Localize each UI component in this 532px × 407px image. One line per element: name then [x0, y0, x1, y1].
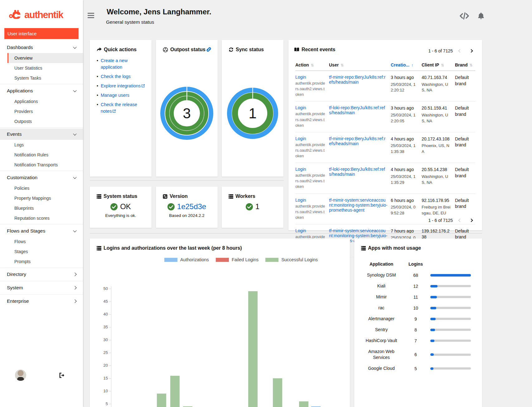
column-header-client-ip[interactable]: Client IP⇅: [422, 62, 455, 67]
column-header-action[interactable]: Action⇅: [295, 62, 329, 67]
usage-bar-fill: [430, 367, 433, 370]
chart-bar: [170, 376, 180, 407]
pagination-prev-button[interactable]: [456, 216, 464, 224]
pagination-prev-button[interactable]: [456, 47, 464, 55]
sidebar-toggle-hamburger-icon[interactable]: [88, 13, 94, 19]
version-title: Version: [156, 187, 218, 199]
chevron-right-icon: [469, 49, 473, 52]
column-header-creation-date[interactable]: Creatio...↑: [391, 62, 422, 67]
column-header-brand[interactable]: Brand⇅: [455, 62, 475, 67]
y-axis-tick-label: 40: [90, 312, 108, 316]
api-code-icon[interactable]: [460, 12, 469, 20]
create-application-link[interactable]: Create a new application: [101, 57, 147, 71]
server-icon: [97, 246, 101, 251]
authentik-key-icon: [9, 8, 23, 22]
outpost-count: 3: [183, 105, 191, 121]
sidebar-section-customization[interactable]: Customization: [0, 172, 83, 183]
y-axis-tick-mark: [109, 353, 111, 353]
sidebar-item-logs[interactable]: Logs: [0, 140, 83, 150]
pagination-next-button[interactable]: [467, 216, 475, 224]
sidebar-item-reputation-scores[interactable]: Reputation scores: [0, 213, 83, 223]
column-header-user[interactable]: User⇅: [329, 62, 391, 67]
page-subtitle: General system status: [106, 19, 154, 25]
explore-integrations-link[interactable]: Explore integrations: [101, 83, 141, 88]
outposts-link-icon[interactable]: [206, 47, 211, 52]
chevron-left-icon: [458, 49, 462, 52]
nav-section-events: Events Logs Notification Rules Notificat…: [0, 127, 83, 171]
sidebar-item-system-tasks[interactable]: System Tasks: [0, 73, 83, 83]
version-link[interactable]: 1e25d3e: [177, 202, 206, 211]
event-action-link[interactable]: Login: [295, 75, 306, 80]
chevron-down-icon: [73, 175, 76, 179]
event-user-link[interactable]: tf-mimir-repo:BeryJu/k8s:ref:refs/heads/…: [329, 136, 385, 146]
manage-users-link[interactable]: Manage users: [101, 92, 129, 99]
table-row: Loginauthentik.providers.oauth2.views.to…: [295, 132, 475, 163]
user-interface-button[interactable]: User interface: [4, 28, 79, 39]
chart-bar: [248, 291, 258, 407]
sidebar-item-overview[interactable]: Overview: [7, 53, 83, 63]
check-circle-icon: [167, 203, 175, 210]
pagination-next-button[interactable]: [467, 47, 475, 55]
event-brand: Default brand: [455, 105, 472, 117]
sidebar-section-enterprise[interactable]: Enterprise: [0, 296, 83, 307]
book-icon: [294, 47, 299, 52]
app-logins: 7: [404, 338, 427, 343]
event-action-link[interactable]: Login: [295, 198, 306, 203]
sidebar-item-prompts[interactable]: Prompts: [0, 257, 83, 267]
sidebar-item-property-mappings[interactable]: Property Mappings: [0, 193, 83, 203]
y-axis-tick-mark: [109, 302, 111, 302]
sidebar-section-system[interactable]: System: [0, 282, 83, 293]
event-time-relative: 3 hours ago: [391, 105, 418, 111]
event-action-link[interactable]: Login: [295, 136, 306, 141]
sidebar-item-stages[interactable]: Stages: [0, 247, 83, 257]
release-notes-link[interactable]: Check the release notes: [101, 102, 137, 114]
event-location: Washington, US, NA: [422, 82, 452, 94]
event-time-absolute: 25/03/2024, 11:35:29: [391, 174, 418, 186]
sidebar-item-outposts[interactable]: Outposts: [0, 116, 83, 126]
event-action-context: authentik.providers.oauth2.views.token: [295, 111, 326, 128]
sidebar-item-policies[interactable]: Policies: [0, 183, 83, 193]
event-user-link[interactable]: tf-mimir-repo:BeryJu/k8s:ref:refs/heads/…: [329, 75, 385, 85]
sidebar-item-notification-rules[interactable]: Notification Rules: [0, 150, 83, 160]
event-action-link[interactable]: Login: [295, 228, 306, 233]
list-item: • Check the logs: [97, 73, 147, 80]
sidebar-section-directory[interactable]: Directory: [0, 269, 83, 280]
pagination-label: 1 - 6 of 7125: [428, 218, 453, 223]
avatar[interactable]: [15, 370, 26, 381]
sidebar-section-events[interactable]: Events: [0, 129, 83, 140]
authentik-logo[interactable]: authentik: [0, 0, 83, 22]
outpost-status-card: Outpost status 3: [156, 40, 218, 177]
sidebar-section-dashboards[interactable]: Dashboards: [0, 42, 83, 53]
event-user-link[interactable]: tf-loki-repo:BeryJu/k8s:ref:refs/heads/m…: [329, 105, 385, 115]
y-axis-tick-label: 25: [90, 350, 108, 355]
usage-progress-bar: [430, 307, 471, 309]
check-logs-link[interactable]: Check the logs: [101, 73, 131, 80]
event-action-link[interactable]: Login: [295, 167, 306, 172]
sidebar-item-applications[interactable]: Applications: [0, 96, 83, 106]
sidebar-item-blueprints[interactable]: Blueprints: [0, 203, 83, 213]
column-header-application: Application: [362, 262, 401, 267]
event-client-ip: 92.116.178.95: [422, 198, 452, 204]
quick-actions-list: • Create a new application • Check the l…: [90, 52, 152, 115]
usage-bar-fill: [430, 307, 436, 309]
notifications-bell-icon[interactable]: [478, 12, 484, 19]
legend-item-failed-logins: Failed Logins: [216, 257, 259, 262]
event-user-link[interactable]: tf-loki-repo:BeryJu/k8s:ref:refs/heads/m…: [329, 167, 385, 177]
table-row: Synology DSM 68: [362, 270, 475, 281]
logout-icon[interactable]: [59, 373, 65, 378]
y-axis-tick-mark: [109, 378, 111, 379]
sidebar-item-notification-transports[interactable]: Notification Transports: [0, 160, 83, 170]
sidebar-item-providers[interactable]: Providers: [0, 106, 83, 116]
system-status-card: System status OK Everything is ok.: [90, 187, 152, 228]
logins-chart-card: Logins and authorizations over the last …: [90, 238, 350, 407]
event-action-link[interactable]: Login: [295, 105, 306, 110]
sidebar-item-flows[interactable]: Flows: [0, 237, 83, 247]
page-title: Welcome, Jens Langhammer.: [107, 7, 211, 16]
sidebar-item-user-statistics[interactable]: User Statistics: [0, 63, 83, 73]
sidebar-section-applications[interactable]: Applications: [0, 85, 83, 96]
chart-bar: [299, 401, 308, 407]
event-user-link[interactable]: tf-mimir-system:serviceaccount:monitorin…: [329, 198, 388, 213]
sidebar-section-flows-and-stages[interactable]: Flows and Stages: [0, 225, 83, 237]
chart-bar: [157, 394, 166, 407]
pagination-label: 1 - 6 of 7125: [428, 48, 453, 53]
